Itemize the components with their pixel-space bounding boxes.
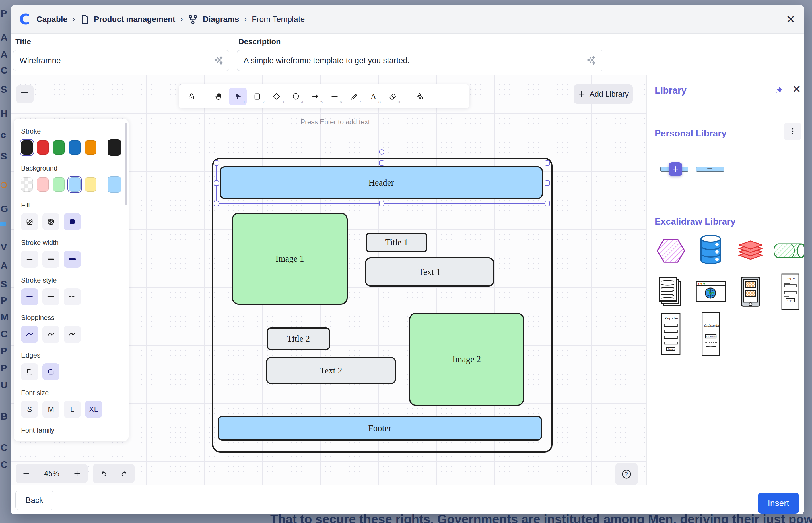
edges-sharp-option[interactable] (21, 363, 38, 380)
selection-rotate-handle[interactable] (379, 149, 384, 155)
modal-close-icon[interactable]: ✕ (786, 14, 795, 25)
selection-handle-n[interactable] (379, 160, 384, 166)
toolbar-divider (205, 90, 205, 103)
draw-tool[interactable]: 7 (345, 88, 363, 105)
undo-icon[interactable] (100, 470, 107, 477)
font-size-xl-option[interactable]: XL (85, 401, 102, 418)
library-item-pipe[interactable] (772, 232, 804, 269)
canvas-menu-button[interactable] (16, 85, 34, 103)
sloppiness-architect-option[interactable] (21, 326, 38, 343)
text1-shape[interactable]: Text 1 (365, 257, 494, 287)
panel-scrollbar[interactable] (125, 123, 127, 205)
stroke-width-thin-option[interactable] (21, 251, 38, 268)
personal-library-menu-button[interactable] (784, 123, 801, 140)
bold-line-icon (47, 255, 55, 263)
hand-tool[interactable] (210, 88, 227, 105)
bg-color-blue[interactable] (69, 177, 81, 192)
breadcrumb-app[interactable]: Capable (36, 15, 67, 24)
shape-label: Title 1 (385, 237, 408, 248)
image2-shape[interactable]: Image 2 (409, 313, 524, 406)
font-size-s-option[interactable]: S (21, 401, 38, 418)
library-item-register-form[interactable]: Register Create (652, 311, 689, 357)
title-input[interactable] (13, 50, 229, 71)
library-item-documents[interactable] (652, 273, 689, 310)
shapes-tool[interactable] (411, 88, 429, 105)
edges-round-option[interactable] (42, 363, 59, 380)
selection-handle-nw[interactable] (214, 160, 219, 166)
add-to-library-button[interactable] (669, 162, 682, 176)
library-item-hexagon[interactable] (652, 232, 689, 269)
library-item-browser-window[interactable] (692, 273, 729, 310)
eraser-tool[interactable]: 0 (384, 88, 401, 105)
background-section: Background (21, 164, 121, 193)
help-button[interactable]: ? (615, 463, 638, 486)
ellipse-tool[interactable]: 4 (287, 88, 305, 105)
selection-tool[interactable]: 1 (229, 88, 247, 105)
stroke-color-black[interactable] (21, 140, 33, 155)
library-item-layers[interactable] (732, 232, 769, 269)
stroke-width-bold-option[interactable] (42, 251, 59, 268)
pin-icon[interactable] (774, 86, 783, 97)
diagram-canvas[interactable]: 1 2 3 4 5 (11, 75, 804, 485)
redo-icon[interactable] (120, 470, 128, 477)
sloppiness-artist-option[interactable] (42, 326, 59, 343)
font-size-l-option[interactable]: L (64, 401, 81, 418)
stroke-color-blue[interactable] (69, 140, 81, 155)
selection-handle-ne[interactable] (545, 160, 550, 166)
rectangle-tool[interactable]: 2 (248, 88, 266, 105)
selection-handle-w[interactable] (214, 180, 219, 186)
bg-color-pink[interactable] (37, 177, 49, 192)
sparkles-icon[interactable] (213, 56, 224, 66)
fill-solid-option[interactable] (64, 213, 81, 230)
selection-handle-sw[interactable] (214, 201, 219, 206)
stroke-color-green[interactable] (53, 140, 65, 155)
bg-current-color[interactable] (107, 176, 121, 193)
footer-shape[interactable]: Footer (218, 416, 542, 440)
stroke-width-extrabold-option[interactable] (64, 251, 81, 268)
image1-shape[interactable]: Image 1 (232, 213, 348, 305)
zoom-level[interactable]: 45% (44, 469, 59, 478)
breadcrumb-item-diagrams[interactable]: Diagrams (203, 15, 239, 24)
zoom-in-icon[interactable] (73, 470, 81, 477)
library-item-database[interactable] (692, 231, 729, 268)
library-close-icon[interactable]: ✕ (792, 83, 801, 95)
font-size-m-option[interactable]: M (42, 401, 59, 418)
fill-hachure-option[interactable] (21, 213, 38, 230)
back-button[interactable]: Back (15, 491, 53, 510)
description-input[interactable] (237, 50, 603, 71)
bg-color-green[interactable] (53, 177, 65, 192)
selection-handle-e[interactable] (545, 180, 550, 186)
personal-library-item[interactable] (696, 167, 724, 172)
stroke-color-orange[interactable] (85, 140, 97, 155)
title2-shape[interactable]: Title 2 (267, 327, 330, 350)
sloppiness-cartoonist-option[interactable] (64, 326, 81, 343)
library-item-onboarding-page[interactable]: Onboarding Page Get Started (692, 311, 729, 357)
bg-color-transparent[interactable] (21, 177, 33, 192)
stroke-style-dotted-option[interactable] (64, 288, 81, 305)
breadcrumb-item-product-management[interactable]: Product management (94, 15, 175, 24)
fill-crosshatch-option[interactable] (42, 213, 59, 230)
stroke-style-solid-option[interactable] (21, 288, 38, 305)
extrabold-line-icon (68, 255, 76, 263)
text-tool[interactable]: A 8 (364, 88, 382, 105)
library-item-login-form[interactable]: Login Sign in (772, 271, 804, 312)
bg-color-yellow[interactable] (85, 177, 97, 192)
line-tool[interactable]: 6 (326, 88, 343, 105)
selection-box[interactable] (216, 163, 548, 203)
sparkles-icon[interactable] (586, 56, 597, 66)
insert-button[interactable]: Insert (758, 492, 799, 513)
arrow-tool[interactable]: 5 (307, 88, 324, 105)
zoom-out-icon[interactable] (22, 470, 30, 477)
library-item-mobile-screen[interactable] (732, 273, 769, 310)
selection-handle-s[interactable] (379, 201, 384, 206)
text2-shape[interactable]: Text 2 (266, 357, 396, 384)
diamond-tool[interactable]: 3 (268, 88, 286, 105)
add-library-button[interactable]: Add Library (574, 85, 633, 104)
lock-tool[interactable] (183, 88, 200, 105)
stroke-current-color[interactable] (107, 139, 121, 156)
title1-shape[interactable]: Title 1 (366, 233, 427, 252)
selection-handle-se[interactable] (545, 201, 550, 206)
stroke-style-dashed-option[interactable] (42, 288, 59, 305)
backdrop-letter: S (1, 84, 7, 95)
stroke-color-red[interactable] (37, 140, 49, 155)
